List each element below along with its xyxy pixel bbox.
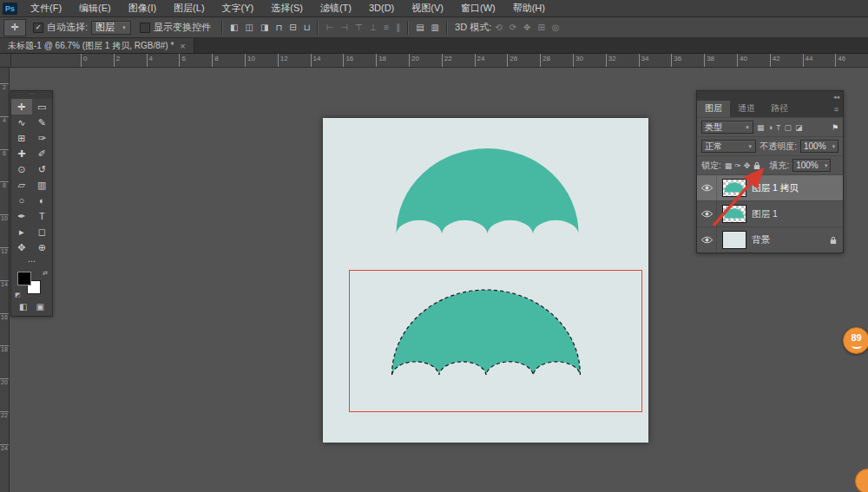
filter-type-icon[interactable]: ◑ bbox=[768, 123, 773, 132]
threed-mode-icon[interactable]: ⊞ bbox=[537, 23, 544, 32]
auto-select-checkbox[interactable]: ✓ bbox=[33, 23, 43, 33]
visibility-toggle[interactable] bbox=[697, 227, 717, 253]
ruler-tick: 8 bbox=[212, 54, 245, 67]
visibility-toggle[interactable] bbox=[697, 201, 717, 226]
show-transform-checkbox[interactable]: ✓ bbox=[140, 23, 150, 33]
path-selection-tool[interactable]: ▸ bbox=[11, 224, 32, 239]
pen-tool[interactable]: ✒ bbox=[11, 208, 32, 224]
layer-thumbnail[interactable] bbox=[722, 231, 746, 249]
thumbnail-umbrella bbox=[724, 182, 745, 194]
layer-filter-dropdown[interactable]: 类型 ▼ bbox=[701, 121, 753, 134]
panel-tab[interactable]: 路径 bbox=[763, 101, 796, 117]
distribute-icon[interactable]: ⊣ bbox=[340, 23, 348, 32]
current-tool-icon[interactable]: ✛ bbox=[3, 19, 26, 36]
panel-menu-icon[interactable]: ≡ bbox=[834, 105, 838, 114]
auto-align-icon[interactable]: ▥ bbox=[431, 23, 439, 32]
distribute-icon[interactable]: ⊤ bbox=[355, 23, 363, 32]
layer-thumbnail[interactable] bbox=[722, 179, 746, 197]
foreground-color-swatch[interactable] bbox=[17, 272, 31, 285]
edit-toolbar-icon[interactable]: ⋯ bbox=[11, 255, 52, 267]
eyedropper-tool[interactable]: ✑ bbox=[32, 130, 53, 146]
menu-item[interactable]: 滤镜(T) bbox=[312, 0, 360, 16]
fill-dropdown[interactable]: 100% ▼ bbox=[792, 159, 831, 172]
threed-mode-icon[interactable]: ⟳ bbox=[510, 23, 516, 32]
threed-mode-label: 3D 模式: bbox=[455, 21, 491, 34]
canvas[interactable] bbox=[323, 118, 648, 443]
history-brush-tool[interactable]: ↺ bbox=[32, 161, 53, 177]
menu-item[interactable]: 文件(F) bbox=[22, 0, 70, 16]
clone-stamp-tool[interactable]: ⊙ bbox=[11, 161, 32, 177]
distribute-icon[interactable]: ⊥ bbox=[370, 23, 378, 32]
screen-mode-icon[interactable]: ▣ bbox=[36, 302, 44, 312]
auto-align-icon[interactable]: ▤ bbox=[416, 23, 424, 32]
zoom-tool[interactable]: ⊕ bbox=[32, 239, 53, 255]
align-icon[interactable]: ⊟ bbox=[289, 23, 296, 32]
quick-selection-tool[interactable]: ✎ bbox=[32, 115, 53, 130]
eraser-tool[interactable]: ▱ bbox=[11, 177, 32, 193]
filter-toggle-flag-icon[interactable]: ⚑ bbox=[832, 123, 838, 132]
dodge-tool[interactable]: ◐ bbox=[32, 193, 53, 208]
menu-item[interactable]: 文字(Y) bbox=[214, 0, 263, 16]
menu-item[interactable]: 编辑(E) bbox=[70, 0, 120, 16]
type-tool[interactable]: T bbox=[32, 208, 53, 224]
align-icon[interactable]: ⊓ bbox=[275, 23, 282, 32]
lock-option-icon[interactable]: ✑ bbox=[734, 161, 741, 170]
align-icon[interactable]: ◨ bbox=[260, 23, 268, 32]
lock-all-icon[interactable] bbox=[753, 161, 760, 170]
healing-brush-tool[interactable]: ✚ bbox=[11, 146, 32, 161]
layer-thumbnail[interactable] bbox=[722, 205, 746, 223]
panel-tab[interactable]: 通道 bbox=[730, 101, 763, 117]
threed-mode-icon[interactable]: ⟲ bbox=[495, 23, 502, 32]
menu-item[interactable]: 图像(I) bbox=[120, 0, 165, 16]
align-icon[interactable]: ⊔ bbox=[304, 23, 311, 32]
brush-tool[interactable]: ✐ bbox=[32, 146, 53, 161]
lock-option-icon[interactable]: ✥ bbox=[744, 161, 751, 170]
align-icon[interactable]: ◧ bbox=[230, 23, 238, 32]
filter-type-icon[interactable]: ▦ bbox=[757, 123, 765, 132]
gradient-tool[interactable]: ▥ bbox=[32, 177, 53, 193]
visibility-toggle[interactable] bbox=[697, 175, 717, 200]
marquee-tool[interactable]: ▭ bbox=[32, 99, 53, 115]
threed-mode-icon[interactable]: ◎ bbox=[552, 23, 560, 32]
hand-tool[interactable]: ✥ bbox=[11, 239, 32, 255]
menu-item[interactable]: 视图(V) bbox=[403, 0, 452, 16]
menu-item[interactable]: 选择(S) bbox=[262, 0, 312, 16]
horizontal-ruler[interactable]: 0246810121416182022242628303234363840424… bbox=[0, 54, 868, 68]
collapse-panel-icon[interactable]: ◂◂ bbox=[833, 94, 839, 101]
document-tab[interactable]: 未标题-1 @ 66.7% (图层 1 拷贝, RGB/8#) * × bbox=[0, 38, 194, 53]
lock-option-icon[interactable]: ▦ bbox=[725, 161, 733, 170]
close-document-icon[interactable]: × bbox=[180, 41, 185, 51]
align-icon[interactable]: ◫ bbox=[246, 23, 253, 32]
panel-grip[interactable]: ⋯ bbox=[11, 91, 52, 99]
blend-mode-dropdown[interactable]: 正常 ▼ bbox=[701, 140, 756, 153]
threed-mode-icon[interactable]: ✥ bbox=[523, 23, 530, 32]
move-tool[interactable]: ✛ bbox=[11, 99, 32, 115]
quick-mask-icon[interactable]: ◧ bbox=[19, 302, 27, 312]
auto-select-target-dropdown[interactable]: 图层 ▼ bbox=[91, 21, 131, 35]
layer-row[interactable]: 图层 1 bbox=[697, 200, 843, 226]
ruler-tick: 30 bbox=[573, 54, 606, 67]
menu-item[interactable]: 3D(D) bbox=[360, 0, 403, 16]
filter-type-icon[interactable]: ▢ bbox=[784, 123, 792, 132]
notification-badge-secondary[interactable] bbox=[855, 469, 868, 492]
menu-item[interactable]: 帮助(H) bbox=[504, 0, 554, 16]
distribute-icon[interactable]: ⊢ bbox=[326, 23, 333, 32]
background-layer-row[interactable]: 背景 bbox=[697, 226, 843, 253]
opacity-dropdown[interactable]: 100% ▼ bbox=[800, 140, 838, 153]
shape-tool[interactable]: ◻ bbox=[32, 224, 53, 239]
menu-item[interactable]: 窗口(W) bbox=[452, 0, 504, 16]
vertical-ruler[interactable]: 24681012141618202224 bbox=[0, 68, 10, 492]
distribute-icon[interactable]: ∥ bbox=[396, 23, 400, 32]
filter-type-icon[interactable]: ◪ bbox=[795, 123, 803, 132]
filter-type-icon[interactable]: T bbox=[776, 123, 781, 132]
layer-row-selected[interactable]: 图层 1 拷贝 bbox=[697, 174, 843, 200]
distribute-icon[interactable]: ≡ bbox=[384, 23, 389, 32]
menu-item[interactable]: 图层(L) bbox=[165, 0, 213, 16]
lasso-tool[interactable]: ∿ bbox=[11, 115, 32, 130]
notification-badge[interactable]: 89 bbox=[843, 327, 868, 354]
default-colors-icon[interactable]: ◩ bbox=[15, 292, 21, 298]
blur-tool[interactable]: ○ bbox=[11, 193, 32, 208]
panel-tab[interactable]: 图层 bbox=[697, 101, 730, 117]
crop-tool[interactable]: ⊞ bbox=[11, 130, 32, 146]
swap-colors-icon[interactable]: ⇄ bbox=[43, 270, 48, 277]
